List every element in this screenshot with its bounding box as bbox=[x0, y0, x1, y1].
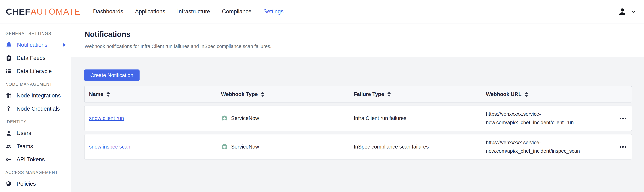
notifications-table-header: Name Webhook Type Failure Type Webhook U… bbox=[84, 86, 632, 102]
sidebar-item-label: Node Integrations bbox=[16, 92, 61, 99]
page-header: Notifications Webhook notifications for … bbox=[72, 24, 644, 57]
column-header-webhook-url[interactable]: Webhook URL bbox=[486, 91, 612, 97]
webhook-type-label: ServiceNow bbox=[231, 144, 259, 150]
sidebar-item-notifications[interactable]: Notifications bbox=[0, 38, 71, 51]
table-row: snow inspec scan ServiceNow InSpec compl… bbox=[84, 134, 632, 159]
webhook-url-cell: https://venxxxxx.service- now.com/api/x_… bbox=[486, 110, 587, 126]
people-icon bbox=[6, 143, 12, 150]
notification-name-cell: snow client run bbox=[89, 115, 221, 121]
webhook-type-label: ServiceNow bbox=[231, 115, 259, 121]
notification-link[interactable]: snow inspec scan bbox=[89, 144, 130, 150]
shield-icon bbox=[6, 181, 12, 187]
failure-type-cell: InSpec compliance scan failures bbox=[354, 144, 486, 150]
ellipsis-icon bbox=[620, 146, 621, 148]
active-item-arrow-icon bbox=[63, 43, 66, 47]
notifications-panel: Create Notification Name Webhook Type Fa… bbox=[72, 57, 644, 159]
data-lifecycle-icon bbox=[6, 68, 12, 75]
sidebar-item-teams[interactable]: Teams bbox=[0, 140, 71, 153]
section-general-settings: GENERAL SETTINGS bbox=[6, 31, 71, 36]
ellipsis-icon bbox=[620, 118, 621, 119]
nav-settings[interactable]: Settings bbox=[264, 8, 284, 15]
sidebar-item-label: Data Feeds bbox=[16, 55, 46, 61]
webhook-type-cell: ServiceNow bbox=[221, 115, 354, 122]
notification-name-cell: snow inspec scan bbox=[89, 144, 221, 150]
logo-automate-text: AUTOMATE bbox=[30, 7, 80, 17]
section-access-management: ACCESS MANAGEMENT bbox=[6, 170, 71, 175]
sort-icon[interactable] bbox=[388, 92, 391, 97]
column-header-webhook-type[interactable]: Webhook Type bbox=[221, 91, 354, 97]
sidebar-item-label: Users bbox=[16, 130, 31, 136]
nav-infrastructure[interactable]: Infrastructure bbox=[177, 8, 210, 15]
section-identity: IDENTITY bbox=[6, 119, 71, 124]
webhook-type-cell: ServiceNow bbox=[221, 143, 354, 150]
webhook-url-cell: https://venxxxxx.service- now.com/api/x_… bbox=[486, 138, 587, 155]
servicenow-icon bbox=[221, 115, 228, 122]
primary-nav: Dashboards Applications Infrastructure C… bbox=[93, 8, 284, 15]
failure-type-cell: Infra Client run failures bbox=[354, 115, 486, 121]
user-icon bbox=[6, 130, 12, 136]
nav-dashboards[interactable]: Dashboards bbox=[93, 8, 123, 15]
clipboard-icon bbox=[6, 55, 12, 61]
sort-icon[interactable] bbox=[525, 92, 528, 97]
sidebar-item-label: Notifications bbox=[17, 42, 48, 48]
sidebar-item-label: Data Lifecycle bbox=[16, 68, 52, 75]
sidebar-item-node-credentials[interactable]: Node Credentials bbox=[0, 102, 71, 115]
user-menu[interactable] bbox=[618, 8, 636, 16]
key-vertical-icon bbox=[6, 106, 12, 112]
row-actions-menu-button[interactable] bbox=[617, 115, 629, 122]
create-notification-button[interactable]: Create Notification bbox=[84, 70, 140, 81]
servicenow-icon bbox=[221, 143, 228, 150]
chevron-down-icon bbox=[631, 9, 636, 15]
chef-automate-logo[interactable]: CHEFAUTOMATE bbox=[6, 7, 80, 17]
section-node-management: NODE MANAGEMENT bbox=[6, 82, 71, 87]
sidebar-item-api-tokens[interactable]: API Tokens bbox=[0, 153, 71, 166]
page-title: Notifications bbox=[84, 30, 644, 39]
sliders-icon bbox=[6, 92, 12, 99]
sidebar-item-data-feeds[interactable]: Data Feeds bbox=[0, 51, 71, 65]
sidebar-item-label: API Tokens bbox=[16, 156, 45, 163]
sidebar-item-policies[interactable]: Policies bbox=[0, 177, 71, 190]
logo-chef-text: CHEF bbox=[6, 7, 30, 17]
sidebar-item-label: Node Credentials bbox=[16, 106, 60, 112]
bell-icon bbox=[6, 42, 12, 48]
sidebar-item-data-lifecycle[interactable]: Data Lifecycle bbox=[0, 65, 71, 78]
row-actions-menu-button[interactable] bbox=[617, 144, 629, 150]
main-content: Notifications Webhook notifications for … bbox=[72, 24, 644, 192]
settings-sidebar: GENERAL SETTINGS Notifications Data Feed… bbox=[0, 24, 71, 192]
sort-icon[interactable] bbox=[106, 92, 110, 97]
sidebar-item-users[interactable]: Users bbox=[0, 126, 71, 140]
sidebar-item-label: Policies bbox=[16, 181, 36, 187]
page-subtitle: Webhook notifications for Infra Client r… bbox=[84, 44, 644, 49]
top-nav: CHEFAUTOMATE Dashboards Applications Inf… bbox=[0, 0, 644, 24]
column-header-failure-type[interactable]: Failure Type bbox=[354, 91, 486, 97]
column-header-name[interactable]: Name bbox=[89, 91, 221, 97]
sort-icon[interactable] bbox=[261, 92, 264, 97]
nav-applications[interactable]: Applications bbox=[135, 8, 165, 15]
sidebar-item-node-integrations[interactable]: Node Integrations bbox=[0, 89, 71, 102]
nav-compliance[interactable]: Compliance bbox=[222, 8, 252, 15]
user-profile-icon bbox=[618, 8, 626, 16]
notification-link[interactable]: snow client run bbox=[89, 115, 124, 121]
sidebar-item-label: Teams bbox=[16, 143, 33, 150]
key-icon bbox=[6, 156, 12, 163]
table-row: snow client run ServiceNow Infra Client … bbox=[84, 106, 632, 131]
